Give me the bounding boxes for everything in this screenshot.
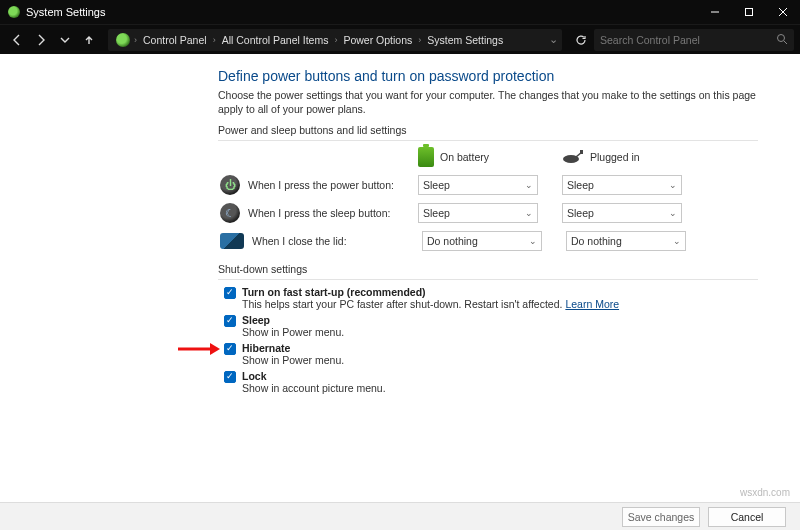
breadcrumb-item[interactable]: System Settings: [423, 34, 507, 46]
select-value: Sleep: [423, 179, 450, 191]
section-power-sleep-label: Power and sleep buttons and lid settings: [218, 124, 776, 136]
search-input[interactable]: Search Control Panel: [594, 29, 794, 51]
chevron-right-icon: ›: [213, 35, 216, 45]
search-icon: [776, 33, 788, 47]
learn-more-link[interactable]: Learn More: [565, 298, 619, 310]
location-icon: [116, 33, 130, 47]
checkbox-sleep[interactable]: [224, 315, 236, 327]
chevron-down-icon: ⌄: [669, 208, 677, 218]
breadcrumb[interactable]: › Control Panel › All Control Panel Item…: [108, 29, 562, 51]
col-on-battery: On battery: [418, 147, 538, 167]
row-close-lid: When I close the lid: Do nothing ⌄ Do no…: [218, 227, 758, 255]
nav-bar: › Control Panel › All Control Panel Item…: [0, 24, 800, 54]
shutdown-item-lock: Lock Show in account picture menu.: [224, 370, 776, 394]
app-icon: [8, 6, 20, 18]
watermark: wsxdn.com: [740, 487, 790, 498]
col-plugged-label: Plugged in: [590, 151, 640, 163]
shutdown-item-hibernate: Hibernate Show in Power menu.: [224, 342, 776, 366]
power-button-icon: [220, 175, 240, 195]
chevron-down-icon: ⌄: [669, 180, 677, 190]
chevron-right-icon: ›: [418, 35, 421, 45]
checkbox-lock[interactable]: [224, 371, 236, 383]
shutdown-item-desc: Show in Power menu.: [242, 326, 344, 338]
svg-rect-1: [746, 9, 753, 16]
page-title: Define power buttons and turn on passwor…: [218, 68, 776, 84]
breadcrumb-dropdown[interactable]: ⌄: [544, 33, 562, 46]
chevron-down-icon: ⌄: [525, 208, 533, 218]
content-area: Define power buttons and turn on passwor…: [0, 54, 800, 502]
svg-rect-7: [580, 150, 583, 154]
divider: [218, 279, 758, 280]
select-value: Do nothing: [427, 235, 478, 247]
select-power-battery[interactable]: Sleep ⌄: [418, 175, 538, 195]
lid-icon: [220, 233, 244, 249]
minimize-button[interactable]: [698, 0, 732, 24]
search-placeholder: Search Control Panel: [600, 34, 776, 46]
plug-icon: [562, 150, 584, 164]
select-value: Sleep: [567, 179, 594, 191]
shutdown-item-sleep: Sleep Show in Power menu.: [224, 314, 776, 338]
select-value: Sleep: [567, 207, 594, 219]
chevron-right-icon: ›: [134, 35, 137, 45]
back-button[interactable]: [6, 29, 28, 51]
col-battery-label: On battery: [440, 151, 489, 163]
up-button[interactable]: [78, 29, 100, 51]
divider: [218, 140, 758, 141]
col-plugged-in: Plugged in: [562, 150, 682, 164]
chevron-down-icon: ⌄: [673, 236, 681, 246]
shutdown-settings-list: Turn on fast start-up (recommended) This…: [218, 286, 776, 394]
refresh-button[interactable]: [570, 29, 592, 51]
select-power-plugged[interactable]: Sleep ⌄: [562, 175, 682, 195]
chevron-right-icon: ›: [334, 35, 337, 45]
shutdown-item-fast-startup: Turn on fast start-up (recommended) This…: [224, 286, 776, 310]
shutdown-item-title: Turn on fast start-up (recommended): [242, 286, 426, 298]
select-sleep-battery[interactable]: Sleep ⌄: [418, 203, 538, 223]
select-lid-plugged[interactable]: Do nothing ⌄: [566, 231, 686, 251]
shutdown-item-title: Sleep: [242, 314, 270, 326]
forward-button[interactable]: [30, 29, 52, 51]
chevron-down-icon: ⌄: [525, 180, 533, 190]
shutdown-item-desc: Show in Power menu.: [242, 354, 344, 366]
recent-dropdown[interactable]: [54, 29, 76, 51]
shutdown-item-desc: This helps start your PC faster after sh…: [242, 298, 565, 310]
maximize-button[interactable]: [732, 0, 766, 24]
row-sleep-button: When I press the sleep button: Sleep ⌄ S…: [218, 199, 758, 227]
breadcrumb-item[interactable]: Power Options: [339, 34, 416, 46]
sleep-button-icon: [220, 203, 240, 223]
row-label: When I press the sleep button:: [248, 207, 418, 219]
row-power-button: When I press the power button: Sleep ⌄ S…: [218, 171, 758, 199]
section-shutdown-label: Shut-down settings: [218, 263, 776, 275]
page-subtitle: Choose the power settings that you want …: [218, 88, 758, 116]
chevron-down-icon: ⌄: [529, 236, 537, 246]
breadcrumb-item[interactable]: Control Panel: [139, 34, 211, 46]
svg-point-4: [778, 34, 785, 41]
window-title: System Settings: [26, 6, 105, 18]
battery-icon: [418, 147, 434, 167]
cancel-button[interactable]: Cancel: [708, 507, 786, 527]
annotation-arrow-icon: [178, 342, 220, 356]
row-label: When I press the power button:: [248, 179, 418, 191]
select-value: Do nothing: [571, 235, 622, 247]
checkbox-fast-startup[interactable]: [224, 287, 236, 299]
close-button[interactable]: [766, 0, 800, 24]
select-value: Sleep: [423, 207, 450, 219]
footer: Save changes Cancel: [0, 502, 800, 530]
svg-line-5: [784, 41, 787, 44]
select-sleep-plugged[interactable]: Sleep ⌄: [562, 203, 682, 223]
svg-marker-9: [210, 343, 220, 355]
shutdown-item-desc: Show in account picture menu.: [242, 382, 386, 394]
checkbox-hibernate[interactable]: [224, 343, 236, 355]
shutdown-item-title: Hibernate: [242, 342, 290, 354]
shutdown-item-title: Lock: [242, 370, 267, 382]
save-button[interactable]: Save changes: [622, 507, 700, 527]
row-label: When I close the lid:: [252, 235, 422, 247]
title-bar: System Settings: [0, 0, 800, 24]
column-headers: On battery Plugged in: [418, 147, 776, 167]
select-lid-battery[interactable]: Do nothing ⌄: [422, 231, 542, 251]
breadcrumb-item[interactable]: All Control Panel Items: [218, 34, 333, 46]
